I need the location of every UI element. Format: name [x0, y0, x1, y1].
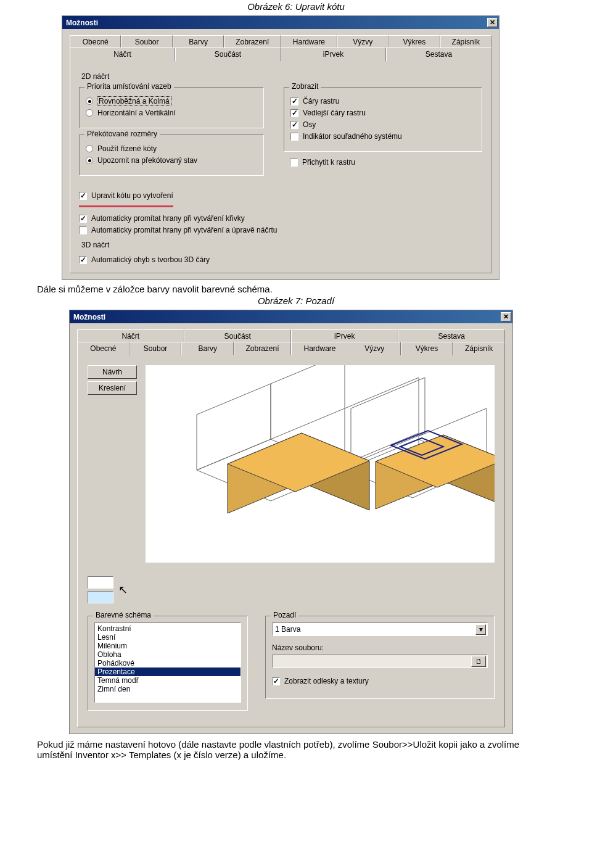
radio-warn-overdim[interactable] [86, 157, 93, 164]
tab-barvy[interactable]: Barvy [173, 35, 224, 48]
listbox-color-scheme[interactable]: Kontrastní Lesní Milénium Obloha Pohádko… [94, 622, 241, 703]
colors-tab-panel: Návrh Kreslení [77, 355, 505, 727]
radio-driven-dims[interactable] [86, 145, 93, 152]
tab2-soubor[interactable]: Soubor [130, 342, 182, 355]
check-snap-grid-label: Přichytit k rastru [302, 158, 355, 167]
fieldset-overdim: Překótované rozměry Použít řízené kóty U… [79, 134, 264, 176]
paragraph-1: Dále si můžeme v záložce barvy navolit b… [37, 284, 555, 294]
paragraph-2: Pokud již máme nastavení hotovo (dále na… [37, 739, 555, 760]
radio-driven-dims-label: Použít řízené kóty [97, 144, 157, 153]
fieldset-background: Pozadí 1 Barva ▾ Název souboru: 🗋 [265, 616, 495, 699]
fieldset-color-scheme: Barevné schéma Kontrastní Lesní Milénium… [88, 616, 248, 711]
check-autoproject-curve[interactable]: ✓ [79, 215, 87, 223]
section-3d-sketch: 3D náčrt [81, 241, 482, 249]
legend-color-scheme: Barevné schéma [93, 611, 154, 619]
radio-horiz-vert-label: Horizontální a Vertikální [97, 109, 176, 117]
figure-caption-7: Obrázek 7: Pozadí [0, 296, 592, 306]
fieldset-display: Zobrazit ✓Čáry rastru ✓Vedlejší čáry ras… [284, 87, 482, 152]
radio-parallel-perp[interactable] [86, 97, 93, 105]
check-grid-lines[interactable]: ✓ [290, 97, 298, 105]
check-show-reflections-label: Zobrazit odlesky a textury [284, 677, 369, 685]
check-edit-dim-after-create-label: Upravit kótu po vytvoření [91, 191, 173, 200]
check-snap-grid[interactable] [290, 159, 298, 167]
check-grid-lines-label: Čáry rastru [303, 97, 339, 105]
list-item[interactable]: Pohádkové [95, 659, 240, 668]
legend-overdim: Překótované rozměry [84, 130, 160, 138]
window-title-2: Možnosti [71, 313, 501, 321]
tab-hardware[interactable]: Hardware [281, 35, 337, 48]
list-item-selected[interactable]: Prezentace [95, 668, 240, 676]
legend-background: Pozadí [271, 611, 298, 619]
tab2-zobrazeni[interactable]: Zobrazení [234, 342, 291, 355]
tab2-hardware[interactable]: Hardware [291, 342, 348, 355]
legend-priority: Priorita umísťování vazeb [84, 82, 174, 91]
file-input[interactable]: 🗋 [272, 655, 488, 668]
tab-sestava[interactable]: Sestava [386, 48, 491, 61]
tab-zobrazeni[interactable]: Zobrazení [224, 35, 281, 48]
tab2-soucast[interactable]: Součást [184, 329, 292, 342]
list-item[interactable]: Obloha [95, 650, 240, 659]
filename-label: Název souboru: [272, 643, 488, 652]
browse-icon[interactable]: 🗋 [471, 656, 486, 667]
tab2-vykres[interactable]: Výkres [401, 342, 453, 355]
check-autoproject-curve-label: Automaticky promítat hrany při vytváření… [91, 214, 245, 223]
list-item[interactable]: Milénium [95, 642, 240, 650]
check-show-reflections[interactable]: ✓ [272, 677, 280, 685]
check-csys-indicator-label: Indikátor souřadného systému [303, 132, 402, 141]
radio-horiz-vert[interactable] [86, 109, 93, 117]
legend-display: Zobrazit [289, 82, 321, 91]
check-minor-grid[interactable]: ✓ [290, 109, 298, 117]
options-dialog-sketch: Možnosti ✕ Obecné Soubor Barvy Zobrazení… [62, 15, 500, 280]
tab-zapisnik[interactable]: Zápisník [440, 35, 491, 48]
list-item[interactable]: Lesní [95, 633, 240, 642]
options-dialog-colors: Možnosti ✕ Náčrt Součást iPrvek Sestava … [69, 310, 513, 734]
tab-vykres[interactable]: Výkres [388, 35, 440, 48]
check-minor-grid-label: Vedlejší čáry rastru [303, 109, 366, 117]
tab-nacrt[interactable]: Náčrt [70, 48, 175, 61]
tab2-barvy[interactable]: Barvy [181, 342, 234, 355]
check-edit-dim-after-create[interactable]: ✓ [79, 192, 87, 200]
check-autoproject-edit-label: Automaticky promítat hrany při vytváření… [91, 226, 277, 234]
window-title: Možnosti [64, 19, 487, 27]
tab-vyzvy[interactable]: Výzvy [337, 35, 388, 48]
tab2-nacrt[interactable]: Náčrt [77, 329, 184, 342]
section-2d-sketch: 2D náčrt [81, 72, 482, 81]
figure-caption-6: Obrázek 6: Upravit kótu [0, 1, 592, 12]
tab2-sestava[interactable]: Sestava [398, 329, 506, 342]
chevron-down-icon[interactable]: ▾ [475, 624, 486, 635]
check-axes[interactable]: ✓ [290, 121, 298, 129]
titlebar: Možnosti ✕ [62, 16, 499, 29]
cursor-icon: ↖ [118, 583, 128, 597]
swatch-cyan[interactable] [88, 591, 113, 603]
titlebar-2: Možnosti ✕ [70, 310, 512, 323]
radio-parallel-perp-label: Rovnoběžná a Kolmá [97, 97, 171, 105]
radio-warn-overdim-label: Upozornit na překótovaný stav [97, 156, 197, 165]
tab2-zapisnik[interactable]: Zápisník [453, 342, 505, 355]
list-item[interactable]: Temná modř [95, 676, 240, 685]
tab2-obecne[interactable]: Obecné [77, 342, 130, 355]
list-item[interactable]: Zimní den [95, 685, 240, 693]
button-drawing[interactable]: Kreslení [88, 381, 137, 395]
check-csys-indicator[interactable] [290, 133, 298, 141]
check-autoproject-edit[interactable] [79, 226, 87, 234]
svg-marker-1 [271, 365, 345, 439]
tab2-iprvek[interactable]: iPrvek [291, 329, 398, 342]
tab-iprvek[interactable]: iPrvek [281, 48, 386, 61]
swatch-white[interactable] [88, 576, 113, 589]
check-axes-label: Osy [303, 120, 316, 129]
tab-soucast[interactable]: Součást [175, 48, 281, 61]
close-button-2[interactable]: ✕ [501, 312, 511, 321]
color-preview-canvas [146, 365, 495, 563]
list-item[interactable]: Kontrastní [95, 624, 240, 633]
tab-soubor[interactable]: Soubor [121, 35, 172, 48]
combo-background[interactable]: 1 Barva ▾ [272, 622, 488, 636]
sketch-tab-panel: 2D náčrt Priorita umísťování vazeb Rovno… [70, 60, 491, 273]
button-design[interactable]: Návrh [88, 365, 137, 379]
tab2-vyzvy[interactable]: Výzvy [348, 342, 401, 355]
combo-background-value: 1 Barva [275, 625, 475, 634]
close-button[interactable]: ✕ [487, 18, 498, 27]
check-auto-bend-3d[interactable]: ✓ [79, 256, 87, 264]
fieldset-priority: Priorita umísťování vazeb Rovnoběžná a K… [79, 87, 264, 128]
tab-obecne[interactable]: Obecné [70, 35, 121, 48]
preview-3d-illustration [146, 365, 495, 563]
